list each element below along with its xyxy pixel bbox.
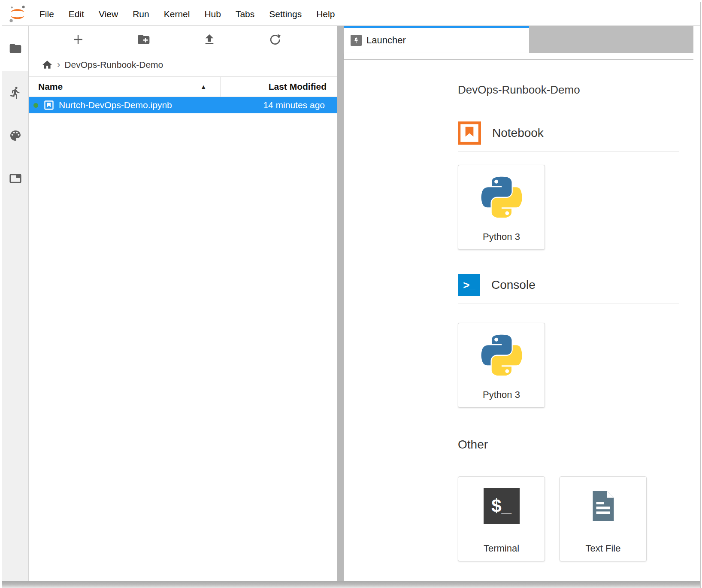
notebook-cards-row: Python 3 (458, 165, 679, 250)
card-label: Text File (586, 543, 621, 554)
file-browser-toolbar (29, 26, 337, 53)
palette-icon (9, 129, 22, 142)
refresh-button[interactable] (267, 32, 283, 47)
section-divider (458, 152, 679, 152)
card-label: Python 3 (483, 389, 520, 400)
file-name: Nurtch-DevOps-Demo.ipynb (59, 100, 172, 110)
other-cards-row: $_ Terminal (458, 476, 679, 561)
breadcrumb-separator: › (57, 59, 60, 70)
home-icon[interactable] (42, 59, 53, 70)
kernel-running-dot (33, 103, 38, 108)
panel-splitter[interactable] (337, 26, 344, 581)
sort-ascending-icon: ▲ (200, 83, 206, 90)
launcher-card-terminal[interactable]: $_ Terminal (458, 476, 545, 561)
menu-items: File Edit View Run Kernel Hub Tabs Setti… (32, 2, 342, 26)
terminal-icon: $_ (484, 488, 520, 524)
running-man-icon (9, 86, 22, 100)
menu-edit[interactable]: Edit (61, 2, 91, 26)
column-header-name[interactable]: Name ▲ (29, 77, 221, 97)
sidebar-tab-open-tabs[interactable] (2, 157, 28, 200)
launcher-rocket-icon (351, 35, 362, 46)
file-last-modified: 14 minutes ago (263, 100, 337, 110)
text-file-icon (585, 488, 621, 524)
jupyterlab-window: File Edit View Run Kernel Hub Tabs Setti… (2, 2, 701, 588)
tab-bar-underline (344, 53, 693, 60)
menu-kernel[interactable]: Kernel (157, 2, 197, 26)
menu-view[interactable]: View (91, 2, 125, 26)
tabs-icon (9, 172, 22, 185)
section-divider (458, 462, 679, 462)
section-header-console: >_ Console (458, 274, 679, 296)
menu-file[interactable]: File (32, 2, 61, 26)
card-label: Python 3 (483, 231, 520, 242)
dock-tab-bar: Launcher (344, 26, 693, 53)
menu-settings[interactable]: Settings (262, 2, 309, 26)
sidebar-tab-commands[interactable] (2, 114, 28, 157)
launcher-card-text-file[interactable]: Text File (560, 476, 647, 561)
tab-launcher-label: Launcher (366, 35, 406, 46)
sidebar-tab-file-browser[interactable] (2, 26, 28, 71)
card-label: Terminal (484, 543, 519, 554)
launcher-panel: DevOps-Runbook-Demo Notebook (344, 60, 693, 581)
upload-button[interactable] (202, 32, 217, 47)
section-label-notebook: Notebook (492, 126, 544, 140)
file-browser-panel: › DevOps-Runbook-Demo Name ▲ Last Modifi… (29, 26, 337, 581)
plus-icon (71, 33, 85, 46)
menu-hub[interactable]: Hub (197, 2, 228, 26)
section-label-console: Console (491, 278, 536, 292)
upload-icon (203, 33, 216, 46)
menu-tabs[interactable]: Tabs (228, 2, 262, 26)
file-list-header: Name ▲ Last Modified (29, 76, 337, 97)
refresh-icon (268, 33, 282, 46)
sidebar-tab-running-sessions[interactable] (2, 71, 28, 114)
menu-help[interactable]: Help (309, 2, 342, 26)
python-logo-icon (481, 176, 522, 218)
breadcrumb-current-folder[interactable]: DevOps-Runbook-Demo (64, 60, 163, 70)
folder-icon (9, 42, 22, 55)
name-column-label: Name (38, 82, 63, 92)
new-folder-icon (137, 33, 151, 46)
breadcrumb: › DevOps-Runbook-Demo (29, 53, 337, 76)
dock-panel: Launcher DevOps-Runbook-Demo (344, 26, 693, 581)
activity-bar (2, 26, 29, 581)
new-launcher-button[interactable] (70, 32, 86, 47)
file-row-selected[interactable]: Nurtch-DevOps-Demo.ipynb 14 minutes ago (29, 97, 337, 113)
launcher-card-console-python3[interactable]: Python 3 (458, 323, 545, 408)
menu-run[interactable]: Run (125, 2, 157, 26)
section-header-notebook: Notebook (458, 121, 679, 145)
notebook-icon (458, 121, 481, 145)
window-bottom-edge (2, 581, 700, 588)
notebook-icon (44, 100, 54, 110)
column-header-last-modified[interactable]: Last Modified (221, 82, 337, 92)
launcher-card-notebook-python3[interactable]: Python 3 (458, 165, 545, 250)
tab-launcher[interactable]: Launcher (344, 26, 529, 53)
new-folder-button[interactable] (136, 32, 151, 47)
python-logo-icon (481, 334, 522, 376)
main-area: › DevOps-Runbook-Demo Name ▲ Last Modifi… (2, 26, 700, 581)
jupyter-logo-icon (7, 4, 27, 24)
launcher-title: DevOps-Runbook-Demo (458, 83, 679, 97)
right-window-padding (693, 26, 700, 581)
section-label-other: Other (458, 438, 679, 452)
menu-bar: File Edit View Run Kernel Hub Tabs Setti… (2, 2, 700, 26)
section-divider (458, 303, 679, 303)
console-icon: >_ (458, 274, 480, 296)
console-cards-row: Python 3 (458, 323, 679, 408)
